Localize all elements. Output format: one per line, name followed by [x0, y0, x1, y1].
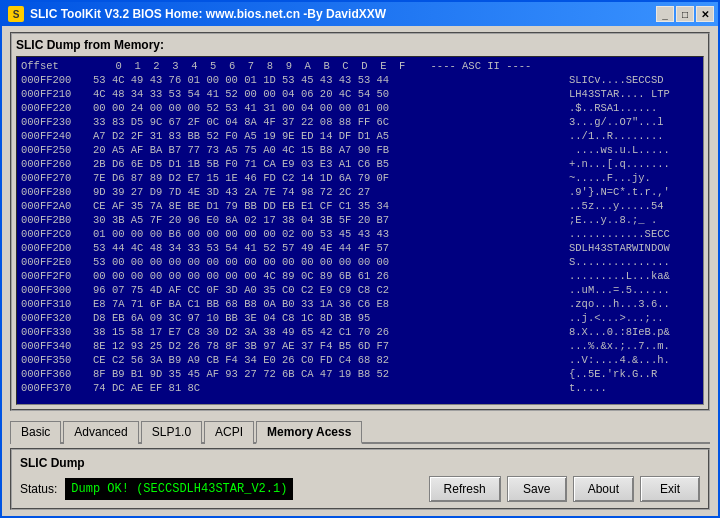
hex-lines-container: 000FF200 53 4C 49 43 76 01 00 00 01 1D 5… — [21, 73, 699, 395]
hex-bytes: 53 44 4C 48 34 33 53 54 41 52 57 49 4E 4… — [93, 241, 569, 255]
save-button[interactable]: Save — [507, 476, 567, 502]
hex-bytes: D8 EB 6A 09 3C 97 10 BB 3E 04 C8 1C 8D 3… — [93, 311, 569, 325]
hex-offset: 000FF330 — [21, 325, 93, 339]
hex-offset: 000FF280 — [21, 185, 93, 199]
hex-offset: 000FF230 — [21, 115, 93, 129]
hex-line: 000FF370 74 DC AE EF 81 8C t..... — [21, 381, 699, 395]
hex-dump-area[interactable]: Offset 0 1 2 3 4 5 6 7 8 9 A B C D E F -… — [16, 56, 704, 405]
hex-line: 000FF310 E8 7A 71 6F BA C1 BB 68 B8 0A B… — [21, 297, 699, 311]
hex-offset: 000FF310 — [21, 297, 93, 311]
hex-bytes: 33 83 D5 9C 67 2F 0C 04 8A 4F 37 22 08 8… — [93, 115, 569, 129]
hex-ascii: +.n...[.q....... — [569, 157, 699, 171]
hex-ascii: ..j.<...>...;.. — [569, 311, 699, 325]
hex-line: 000FF220 00 00 24 00 00 00 52 53 41 31 0… — [21, 101, 699, 115]
hex-line: 000FF280 9D 39 27 D9 7D 4E 3D 43 2A 7E 7… — [21, 185, 699, 199]
hex-offset: 000FF350 — [21, 353, 93, 367]
close-button[interactable]: ✕ — [696, 6, 714, 22]
hex-line: 000FF340 8E 12 93 25 D2 26 78 8F 3B 97 A… — [21, 339, 699, 353]
tab-slp10[interactable]: SLP1.0 — [141, 421, 202, 444]
hex-line: 000FF2D0 53 44 4C 48 34 33 53 54 41 52 5… — [21, 241, 699, 255]
hex-ascii: t..... — [569, 381, 699, 395]
hex-ascii: ../1..R........ — [569, 129, 699, 143]
hex-offset: 000FF2D0 — [21, 241, 93, 255]
tabs-container: BasicAdvancedSLP1.0ACPIMemory Acess — [10, 419, 710, 444]
hex-ascii: .zqo...h...3.6.. — [569, 297, 699, 311]
hex-line: 000FF200 53 4C 49 43 76 01 00 00 01 1D 5… — [21, 73, 699, 87]
hex-ascii: ....ws.u.L..... — [569, 143, 699, 157]
tab-acpi[interactable]: ACPI — [204, 421, 254, 444]
status-text: Dump OK! (SECCSDLH43STAR_V2.1) — [71, 482, 287, 496]
hex-ascii: ..uM...=.5...... — [569, 283, 699, 297]
bottom-section: SLIC Dump Status: Dump OK! (SECCSDLH43ST… — [10, 448, 710, 510]
window-title: SLIC ToolKit V3.2 BIOS Home: www.bios.ne… — [30, 7, 386, 21]
status-label: Status: — [20, 482, 57, 496]
hex-ascii: ............SECC — [569, 227, 699, 241]
refresh-button[interactable]: Refresh — [429, 476, 501, 502]
hex-bytes: 7E D6 87 89 D2 E7 15 1E 46 FD C2 14 1D 6… — [93, 171, 569, 185]
hex-offset: 000FF240 — [21, 129, 93, 143]
tab-basic[interactable]: Basic — [10, 421, 61, 444]
hex-line: 000FF250 20 A5 AF BA B7 77 73 A5 75 A0 4… — [21, 143, 699, 157]
hex-line: 000FF2A0 CE AF 35 7A 8E BE D1 79 BB DD E… — [21, 199, 699, 213]
main-content: SLIC Dump from Memory: Offset 0 1 2 3 4 … — [2, 26, 718, 516]
hex-bytes: 9D 39 27 D9 7D 4E 3D 43 2A 7E 74 98 72 2… — [93, 185, 569, 199]
hex-bytes: 2B D6 6E D5 D1 1B 5B F0 71 CA E9 03 E3 A… — [93, 157, 569, 171]
hex-offset: 000FF200 — [21, 73, 93, 87]
hex-bytes: 53 00 00 00 00 00 00 00 00 00 00 00 00 0… — [93, 255, 569, 269]
hex-line: 000FF230 33 83 D5 9C 67 2F 0C 04 8A 4F 3… — [21, 115, 699, 129]
hex-line: 000FF2E0 53 00 00 00 00 00 00 00 00 00 0… — [21, 255, 699, 269]
hex-bytes: 8F B9 B1 9D 35 45 AF 93 27 72 6B CA 47 1… — [93, 367, 569, 381]
tab-memory-access[interactable]: Memory Acess — [256, 421, 362, 444]
action-buttons: Refresh Save About Exit — [429, 476, 700, 502]
hex-offset: 000FF360 — [21, 367, 93, 381]
titlebar-buttons: _ □ ✕ — [656, 6, 714, 22]
hex-offset: 000FF210 — [21, 87, 93, 101]
exit-button[interactable]: Exit — [640, 476, 700, 502]
hex-ascii: ..5z...y.....54 — [569, 199, 699, 213]
tab-advanced[interactable]: Advanced — [63, 421, 138, 444]
maximize-button[interactable]: □ — [676, 6, 694, 22]
hex-ascii: .$..RSA1...... — [569, 101, 699, 115]
hex-ascii: 3...g/..O7"...l — [569, 115, 699, 129]
hex-ascii: .........L...ka& — [569, 269, 699, 283]
bottom-section-title: SLIC Dump — [20, 456, 700, 470]
hex-line: 000FF2F0 00 00 00 00 00 00 00 00 00 4C 8… — [21, 269, 699, 283]
hex-line: 000FF320 D8 EB 6A 09 3C 97 10 BB 3E 04 C… — [21, 311, 699, 325]
tabs-list: BasicAdvancedSLP1.0ACPIMemory Acess — [10, 419, 364, 442]
hex-bytes: 00 00 24 00 00 00 52 53 41 31 00 04 00 0… — [93, 101, 569, 115]
hex-offset: 000FF2A0 — [21, 199, 93, 213]
hex-bytes: 53 4C 49 43 76 01 00 00 01 1D 53 45 43 4… — [93, 73, 569, 87]
hex-header-row: Offset 0 1 2 3 4 5 6 7 8 9 A B C D E F -… — [21, 59, 699, 73]
slic-panel-title: SLIC Dump from Memory: — [16, 38, 704, 52]
status-row: Status: Dump OK! (SECCSDLH43STAR_V2.1) R… — [20, 476, 700, 502]
hex-line: 000FF300 96 07 75 4D AF CC 0F 3D A0 35 C… — [21, 283, 699, 297]
hex-line: 000FF2C0 01 00 00 00 B6 00 00 00 00 00 0… — [21, 227, 699, 241]
hex-offset: 000FF220 — [21, 101, 93, 115]
hex-line: 000FF260 2B D6 6E D5 D1 1B 5B F0 71 CA E… — [21, 157, 699, 171]
titlebar: S SLIC ToolKit V3.2 BIOS Home: www.bios.… — [2, 2, 718, 26]
hex-header-text: Offset 0 1 2 3 4 5 6 7 8 9 A B C D E F -… — [21, 59, 531, 73]
hex-offset: 000FF370 — [21, 381, 93, 395]
hex-offset: 000FF2C0 — [21, 227, 93, 241]
hex-line: 000FF240 A7 D2 2F 31 83 BB 52 F0 A5 19 9… — [21, 129, 699, 143]
hex-line: 000FF350 CE C2 56 3A B9 A9 CB F4 34 E0 2… — [21, 353, 699, 367]
hex-ascii: LH43STAR.... LTP — [569, 87, 699, 101]
hex-offset: 000FF2E0 — [21, 255, 93, 269]
about-button[interactable]: About — [573, 476, 634, 502]
hex-ascii: ;E...y..8.;_ . — [569, 213, 699, 227]
hex-bytes: A7 D2 2F 31 83 BB 52 F0 A5 19 9E ED 14 D… — [93, 129, 569, 143]
hex-bytes: CE AF 35 7A 8E BE D1 79 BB DD EB E1 CF C… — [93, 199, 569, 213]
hex-bytes: 74 DC AE EF 81 8C — [93, 381, 569, 395]
status-value: Dump OK! (SECCSDLH43STAR_V2.1) — [65, 478, 293, 500]
minimize-button[interactable]: _ — [656, 6, 674, 22]
hex-offset: 000FF340 — [21, 339, 93, 353]
hex-bytes: 00 00 00 00 00 00 00 00 00 4C 89 0C 89 6… — [93, 269, 569, 283]
hex-bytes: 8E 12 93 25 D2 26 78 8F 3B 97 AE 37 F4 B… — [93, 339, 569, 353]
hex-offset: 000FF250 — [21, 143, 93, 157]
hex-line: 000FF210 4C 48 34 33 53 54 41 52 00 00 0… — [21, 87, 699, 101]
hex-offset: 000FF2F0 — [21, 269, 93, 283]
hex-bytes: 01 00 00 00 B6 00 00 00 00 00 02 00 53 4… — [93, 227, 569, 241]
hex-ascii: ...%.&x.;..7..m. — [569, 339, 699, 353]
hex-ascii: SLICv....SECCSD — [569, 73, 699, 87]
hex-line: 000FF2B0 30 3B A5 7F 20 96 E0 8A 02 17 3… — [21, 213, 699, 227]
